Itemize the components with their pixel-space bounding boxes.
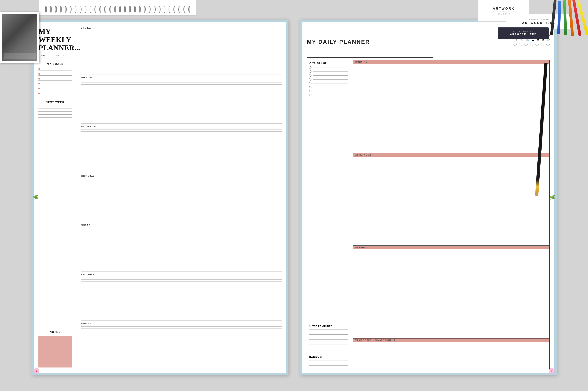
random-line	[309, 365, 348, 366]
morning-content[interactable]	[353, 64, 549, 153]
goal-bullet	[38, 68, 40, 70]
priority-lines	[309, 329, 348, 347]
todo-checkbox[interactable]	[309, 86, 311, 88]
todo-item	[309, 94, 348, 96]
day-line	[81, 131, 282, 132]
monday-lines	[81, 31, 282, 73]
goal-bullet	[38, 83, 40, 85]
evening-header: EVENING	[353, 246, 549, 249]
sunday-lines	[81, 326, 282, 369]
weather-circle	[530, 43, 533, 46]
priority-line	[309, 345, 348, 345]
next-week-section: NEXT WEEK	[38, 101, 72, 117]
daily-inner: MY DAILY PLANNER / / MON TUE WED	[302, 22, 554, 373]
day-line	[81, 181, 282, 181]
todo-item	[309, 70, 348, 73]
daily-right-column: MORNING AFTERNOON EVENING TAKE NOTES / D…	[353, 60, 550, 370]
priority-line	[309, 339, 348, 340]
photo-card	[0, 12, 39, 63]
day-line	[81, 33, 282, 33]
wednesday-lines	[81, 129, 282, 172]
todo-checkbox[interactable]	[309, 90, 311, 92]
day-line	[81, 82, 282, 83]
todo-item	[309, 86, 348, 88]
goal-item	[38, 88, 72, 90]
notes-section: NOTES	[38, 330, 72, 368]
todo-checkbox[interactable]	[309, 66, 311, 69]
priority-line	[309, 334, 348, 335]
day-label-friday: FRIDAY	[81, 224, 282, 226]
day-label-wednesday: WEDNESDAY	[81, 126, 282, 128]
priorities-section: ♡ TOP PRIORITIES	[307, 323, 350, 349]
morning-header: MORNING	[353, 60, 549, 64]
day-label-tuesday: TUESDAY	[81, 76, 282, 79]
day-line	[81, 230, 282, 230]
todo-header: ✓ TO DO LIST	[309, 62, 348, 64]
daily-left-column: ✓ TO DO LIST	[307, 60, 350, 370]
next-week-line	[38, 105, 72, 106]
todo-checkbox[interactable]	[309, 78, 311, 81]
pencils	[529, 0, 588, 41]
weather-circle	[541, 43, 544, 46]
todo-checkbox[interactable]	[309, 82, 311, 85]
day-row-wednesday: WEDNESDAY	[81, 124, 282, 173]
daily-planner-title: MY DAILY PLANNER	[307, 39, 370, 46]
day-line	[81, 279, 282, 280]
weekly-planner-title: MY WEEKLY PLANNER...	[38, 27, 72, 52]
weather-circle	[513, 43, 517, 46]
day-label-sunday: SUNDAY	[81, 323, 282, 325]
day-row-sunday: SUNDAY	[81, 321, 282, 370]
goals-list	[38, 68, 72, 95]
morning-slot: MORNING	[353, 60, 550, 153]
daily-planner: 🌸 🌸 🌸 🌸 🌿 🌿 MY DAILY PLANNER / /	[300, 20, 557, 375]
evening-content[interactable]	[353, 249, 549, 338]
weather-circle	[546, 43, 550, 46]
next-week-lines	[38, 105, 72, 117]
next-week-line	[38, 111, 72, 112]
notebook-top	[39, 0, 196, 16]
random-line	[309, 363, 348, 363]
weekly-inner: MY WEEKLY PLANNER... FROM ___/___ TO ___…	[34, 22, 286, 373]
todo-items-list	[309, 66, 348, 96]
random-title: RANDOM	[309, 356, 348, 358]
notes-journal-content[interactable]	[353, 342, 549, 366]
random-line	[309, 368, 348, 368]
random-section: RANDOM	[307, 354, 350, 370]
day-line	[81, 129, 282, 129]
notes-box[interactable]	[38, 336, 72, 368]
todo-checkbox[interactable]	[309, 70, 311, 73]
day-line	[81, 282, 282, 282]
goal-bullet	[38, 78, 40, 80]
saturday-lines	[81, 277, 282, 319]
tuesday-lines	[81, 80, 282, 122]
todo-line	[313, 75, 348, 76]
goal-item	[38, 83, 72, 86]
todo-checkbox[interactable]	[309, 94, 311, 96]
afternoon-content[interactable]	[353, 157, 549, 246]
day-line	[81, 326, 282, 327]
priorities-title: TOP PRIORITIES	[312, 325, 332, 327]
notes-journal-section: TAKE NOTES / DRAW / JOURNAL	[353, 338, 550, 370]
next-week-line	[38, 108, 72, 109]
weather-circles-row2	[513, 43, 550, 46]
artwork-card-1-title: ARTWORK	[493, 7, 515, 10]
weather-circle	[524, 43, 528, 46]
priorities-header: ♡ TOP PRIORITIES	[309, 325, 348, 327]
daily-title-input[interactable]	[307, 48, 433, 58]
day-row-monday: MONDAY	[81, 25, 282, 75]
todo-checkbox[interactable]	[309, 74, 311, 77]
next-week-line	[38, 114, 72, 115]
goal-bullet	[38, 93, 40, 94]
weekly-date-range: FROM ___/___ TO ___/___	[38, 55, 72, 58]
day-line	[81, 31, 282, 31]
goal-bullet	[38, 88, 40, 89]
weekly-planner: 🌸 🌸 🌸 🌸 🌿 🌿 MY WEEKLY PLANNER... FROM __…	[31, 20, 288, 375]
notes-title: NOTES	[38, 330, 72, 333]
goal-item	[38, 68, 72, 71]
todo-line	[313, 83, 348, 84]
day-row-saturday: SATURDAY	[81, 272, 282, 321]
todo-line	[313, 68, 348, 68]
weather-circle	[519, 43, 522, 46]
daily-body: ✓ TO DO LIST	[307, 60, 550, 370]
goals-section: MY GOALS	[38, 63, 72, 99]
